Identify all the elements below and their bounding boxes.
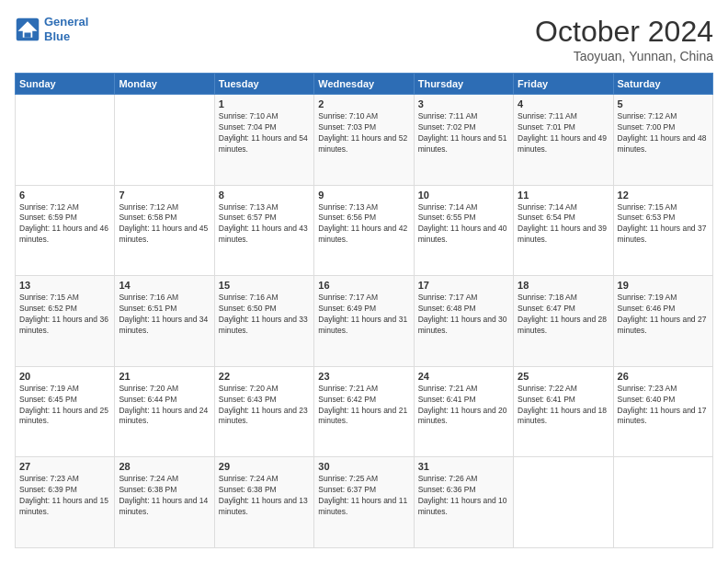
calendar-cell: 10Sunrise: 7:14 AMSunset: 6:55 PMDayligh… [414,185,513,276]
day-number: 30 [318,461,409,472]
day-number: 13 [19,280,110,291]
day-number: 6 [19,190,110,201]
calendar-cell: 28Sunrise: 7:24 AMSunset: 6:38 PMDayligh… [115,457,214,548]
location: Taoyuan, Yunnan, China [535,49,713,63]
day-number: 2 [318,98,409,109]
calendar-cell: 8Sunrise: 7:13 AMSunset: 6:57 PMDaylight… [214,185,313,276]
day-info: Sunrise: 7:13 AMSunset: 6:57 PMDaylight:… [219,202,310,247]
logo-line1: General [44,15,88,29]
calendar-cell: 2Sunrise: 7:10 AMSunset: 7:03 PMDaylight… [314,95,414,186]
day-info: Sunrise: 7:12 AMSunset: 6:59 PMDaylight:… [19,202,110,247]
day-number: 27 [19,461,110,472]
logo-icon [15,17,40,42]
weekday-header: Friday [514,74,613,95]
day-info: Sunrise: 7:15 AMSunset: 6:52 PMDaylight:… [19,293,110,337]
day-number: 9 [318,190,409,201]
day-info: Sunrise: 7:14 AMSunset: 6:55 PMDaylight:… [418,202,509,247]
day-number: 22 [219,371,310,382]
day-number: 7 [119,190,210,201]
calendar-cell [514,457,613,548]
day-info: Sunrise: 7:25 AMSunset: 6:37 PMDaylight:… [318,474,409,518]
logo-line2: Blue [44,29,70,43]
day-number: 11 [518,190,609,201]
calendar-cell: 16Sunrise: 7:17 AMSunset: 6:49 PMDayligh… [314,276,414,367]
weekday-header: Wednesday [314,74,414,95]
day-number: 3 [418,98,509,109]
day-info: Sunrise: 7:12 AMSunset: 6:58 PMDaylight:… [119,202,210,247]
calendar-week-row: 13Sunrise: 7:15 AMSunset: 6:52 PMDayligh… [16,276,713,367]
calendar-table: SundayMondayTuesdayWednesdayThursdayFrid… [15,73,713,548]
day-info: Sunrise: 7:26 AMSunset: 6:36 PMDaylight:… [418,474,509,518]
day-info: Sunrise: 7:23 AMSunset: 6:39 PMDaylight:… [19,474,110,518]
calendar-cell: 26Sunrise: 7:23 AMSunset: 6:40 PMDayligh… [613,366,712,457]
calendar-cell: 1Sunrise: 7:10 AMSunset: 7:04 PMDaylight… [214,95,313,186]
calendar-cell [115,95,214,186]
calendar-cell: 30Sunrise: 7:25 AMSunset: 6:37 PMDayligh… [314,457,414,548]
day-info: Sunrise: 7:21 AMSunset: 6:41 PMDaylight:… [418,384,509,428]
weekday-header: Thursday [414,74,513,95]
day-number: 29 [219,461,310,472]
day-info: Sunrise: 7:14 AMSunset: 6:54 PMDaylight:… [518,202,609,247]
day-info: Sunrise: 7:21 AMSunset: 6:42 PMDaylight:… [318,384,409,428]
weekday-header-row: SundayMondayTuesdayWednesdayThursdayFrid… [16,74,713,95]
day-number: 16 [318,280,409,291]
day-info: Sunrise: 7:11 AMSunset: 7:02 PMDaylight:… [418,111,509,155]
day-number: 10 [418,190,509,201]
calendar-cell: 31Sunrise: 7:26 AMSunset: 6:36 PMDayligh… [414,457,513,548]
day-info: Sunrise: 7:13 AMSunset: 6:56 PMDaylight:… [318,202,409,247]
day-number: 5 [618,98,709,109]
day-info: Sunrise: 7:24 AMSunset: 6:38 PMDaylight:… [119,474,210,518]
day-number: 25 [518,371,609,382]
logo-text: General Blue [44,15,88,43]
calendar-cell: 18Sunrise: 7:18 AMSunset: 6:47 PMDayligh… [514,276,613,367]
calendar-cell: 15Sunrise: 7:16 AMSunset: 6:50 PMDayligh… [214,276,313,367]
day-info: Sunrise: 7:20 AMSunset: 6:44 PMDaylight:… [119,384,210,428]
calendar-cell: 11Sunrise: 7:14 AMSunset: 6:54 PMDayligh… [514,185,613,276]
day-info: Sunrise: 7:19 AMSunset: 6:45 PMDaylight:… [19,384,110,428]
calendar-week-row: 27Sunrise: 7:23 AMSunset: 6:39 PMDayligh… [16,457,713,548]
weekday-header: Saturday [613,74,712,95]
day-info: Sunrise: 7:17 AMSunset: 6:49 PMDaylight:… [318,293,409,337]
month-title: October 2024 [535,15,713,49]
day-number: 18 [518,280,609,291]
day-number: 15 [219,280,310,291]
day-number: 23 [318,371,409,382]
calendar-cell [613,457,712,548]
day-info: Sunrise: 7:10 AMSunset: 7:03 PMDaylight:… [318,111,409,155]
day-info: Sunrise: 7:23 AMSunset: 6:40 PMDaylight:… [618,384,709,428]
calendar-cell: 3Sunrise: 7:11 AMSunset: 7:02 PMDaylight… [414,95,513,186]
calendar-week-row: 20Sunrise: 7:19 AMSunset: 6:45 PMDayligh… [16,366,713,457]
calendar-cell [16,95,115,186]
header: General Blue October 2024 Taoyuan, Yunna… [15,15,713,63]
day-number: 8 [219,190,310,201]
calendar-cell: 4Sunrise: 7:11 AMSunset: 7:01 PMDaylight… [514,95,613,186]
weekday-header: Monday [115,74,214,95]
day-info: Sunrise: 7:20 AMSunset: 6:43 PMDaylight:… [219,384,310,428]
day-info: Sunrise: 7:17 AMSunset: 6:48 PMDaylight:… [418,293,509,337]
calendar-cell: 14Sunrise: 7:16 AMSunset: 6:51 PMDayligh… [115,276,214,367]
logo: General Blue [15,15,88,43]
calendar-cell: 12Sunrise: 7:15 AMSunset: 6:53 PMDayligh… [613,185,712,276]
day-number: 31 [418,461,509,472]
calendar-cell: 5Sunrise: 7:12 AMSunset: 7:00 PMDaylight… [613,95,712,186]
day-number: 20 [19,371,110,382]
calendar-cell: 25Sunrise: 7:22 AMSunset: 6:41 PMDayligh… [514,366,613,457]
page: General Blue October 2024 Taoyuan, Yunna… [0,0,728,563]
day-info: Sunrise: 7:16 AMSunset: 6:51 PMDaylight:… [119,293,210,337]
calendar-cell: 17Sunrise: 7:17 AMSunset: 6:48 PMDayligh… [414,276,513,367]
calendar-week-row: 6Sunrise: 7:12 AMSunset: 6:59 PMDaylight… [16,185,713,276]
day-number: 4 [518,98,609,109]
day-number: 28 [119,461,210,472]
calendar-cell: 27Sunrise: 7:23 AMSunset: 6:39 PMDayligh… [16,457,115,548]
calendar-cell: 13Sunrise: 7:15 AMSunset: 6:52 PMDayligh… [16,276,115,367]
day-number: 12 [618,190,709,201]
weekday-header: Sunday [16,74,115,95]
day-info: Sunrise: 7:15 AMSunset: 6:53 PMDaylight:… [618,202,709,247]
day-info: Sunrise: 7:19 AMSunset: 6:46 PMDaylight:… [618,293,709,337]
day-number: 17 [418,280,509,291]
day-info: Sunrise: 7:18 AMSunset: 6:47 PMDaylight:… [518,293,609,337]
day-info: Sunrise: 7:11 AMSunset: 7:01 PMDaylight:… [518,111,609,155]
calendar-cell: 6Sunrise: 7:12 AMSunset: 6:59 PMDaylight… [16,185,115,276]
calendar-cell: 24Sunrise: 7:21 AMSunset: 6:41 PMDayligh… [414,366,513,457]
day-number: 26 [618,371,709,382]
